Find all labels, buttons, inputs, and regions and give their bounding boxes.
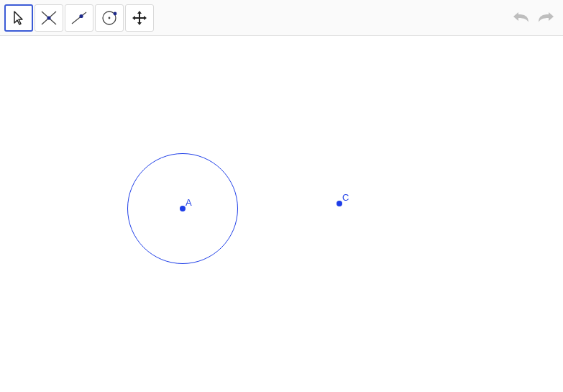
- undo-redo-group: [510, 6, 557, 29]
- svg-point-0: [47, 16, 50, 19]
- point-C[interactable]: [337, 201, 342, 206]
- geometry-canvas[interactable]: AC: [0, 36, 563, 392]
- point-A-label: A: [186, 197, 192, 208]
- undo-button[interactable]: [510, 6, 533, 29]
- move-arrows-icon: [131, 9, 148, 27]
- tool-pan-view[interactable]: [125, 4, 154, 32]
- tool-group: [4, 4, 154, 32]
- point-A[interactable]: [180, 206, 186, 211]
- svg-point-4: [109, 17, 111, 19]
- redo-icon: [536, 9, 556, 26]
- point-on-line-icon: [69, 8, 89, 28]
- tool-circle-center[interactable]: [95, 4, 124, 32]
- svg-point-2: [79, 14, 83, 17]
- svg-point-5: [114, 12, 117, 15]
- undo-icon: [511, 9, 531, 26]
- cursor-icon: [11, 9, 27, 27]
- tool-intersect[interactable]: [35, 4, 63, 32]
- intersect-icon: [39, 8, 59, 28]
- tool-point-on-line[interactable]: [65, 4, 93, 32]
- tool-move-select[interactable]: [4, 4, 33, 32]
- redo-button[interactable]: [534, 6, 557, 29]
- circle-center-icon: [99, 8, 119, 28]
- svg-line-1: [72, 12, 86, 24]
- point-C-label: C: [342, 192, 349, 203]
- toolbar: [0, 0, 563, 36]
